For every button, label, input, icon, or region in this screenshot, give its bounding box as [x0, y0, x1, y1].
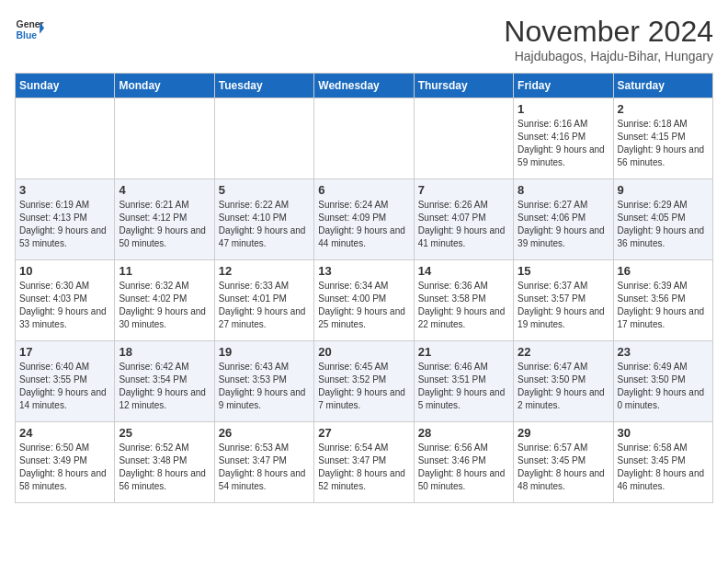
- calendar-cell: 8Sunrise: 6:27 AM Sunset: 4:06 PM Daylig…: [514, 179, 613, 260]
- day-number: 11: [119, 264, 210, 278]
- day-number: 22: [518, 345, 609, 359]
- calendar-cell: 19Sunrise: 6:43 AM Sunset: 3:53 PM Dayli…: [214, 341, 313, 422]
- calendar-cell: 14Sunrise: 6:36 AM Sunset: 3:58 PM Dayli…: [414, 260, 513, 341]
- day-detail: Sunrise: 6:30 AM Sunset: 4:03 PM Dayligh…: [19, 280, 110, 331]
- calendar-cell: [214, 98, 313, 179]
- calendar-cell: 25Sunrise: 6:52 AM Sunset: 3:48 PM Dayli…: [115, 422, 214, 503]
- calendar-cell: 21Sunrise: 6:46 AM Sunset: 3:51 PM Dayli…: [414, 341, 513, 422]
- day-detail: Sunrise: 6:26 AM Sunset: 4:07 PM Dayligh…: [418, 199, 509, 250]
- day-number: 12: [219, 264, 310, 278]
- weekday-header-saturday: Saturday: [613, 74, 712, 98]
- day-detail: Sunrise: 6:27 AM Sunset: 4:06 PM Dayligh…: [518, 199, 609, 250]
- day-detail: Sunrise: 6:29 AM Sunset: 4:05 PM Dayligh…: [618, 199, 709, 250]
- calendar-cell: 11Sunrise: 6:32 AM Sunset: 4:02 PM Dayli…: [115, 260, 214, 341]
- day-number: 2: [618, 102, 709, 116]
- day-number: 28: [418, 426, 509, 440]
- day-detail: Sunrise: 6:49 AM Sunset: 3:50 PM Dayligh…: [618, 361, 709, 412]
- calendar-cell: 27Sunrise: 6:54 AM Sunset: 3:47 PM Dayli…: [314, 422, 414, 503]
- day-detail: Sunrise: 6:46 AM Sunset: 3:51 PM Dayligh…: [418, 361, 509, 412]
- calendar-cell: 18Sunrise: 6:42 AM Sunset: 3:54 PM Dayli…: [115, 341, 214, 422]
- day-number: 30: [618, 426, 709, 440]
- day-number: 8: [518, 183, 609, 197]
- day-number: 20: [318, 345, 409, 359]
- weekday-header-row: SundayMondayTuesdayWednesdayThursdayFrid…: [16, 74, 713, 98]
- day-detail: Sunrise: 6:21 AM Sunset: 4:12 PM Dayligh…: [119, 199, 210, 250]
- day-number: 13: [318, 264, 409, 278]
- day-detail: Sunrise: 6:34 AM Sunset: 4:00 PM Dayligh…: [318, 280, 409, 331]
- calendar-table: SundayMondayTuesdayWednesdayThursdayFrid…: [15, 73, 713, 503]
- calendar-cell: 30Sunrise: 6:58 AM Sunset: 3:45 PM Dayli…: [613, 422, 712, 503]
- logo: General Blue: [15, 15, 44, 44]
- day-number: 4: [119, 183, 210, 197]
- day-detail: Sunrise: 6:47 AM Sunset: 3:50 PM Dayligh…: [518, 361, 609, 412]
- day-detail: Sunrise: 6:53 AM Sunset: 3:47 PM Dayligh…: [219, 442, 310, 493]
- day-number: 14: [418, 264, 509, 278]
- day-detail: Sunrise: 6:22 AM Sunset: 4:10 PM Dayligh…: [219, 199, 310, 250]
- calendar-cell: 9Sunrise: 6:29 AM Sunset: 4:05 PM Daylig…: [613, 179, 712, 260]
- calendar-cell: 6Sunrise: 6:24 AM Sunset: 4:09 PM Daylig…: [314, 179, 414, 260]
- day-number: 7: [418, 183, 509, 197]
- calendar-week-1: 1Sunrise: 6:16 AM Sunset: 4:16 PM Daylig…: [16, 98, 713, 179]
- calendar-cell: 12Sunrise: 6:33 AM Sunset: 4:01 PM Dayli…: [214, 260, 313, 341]
- day-number: 18: [119, 345, 210, 359]
- day-detail: Sunrise: 6:58 AM Sunset: 3:45 PM Dayligh…: [618, 442, 709, 493]
- day-number: 24: [19, 426, 110, 440]
- day-detail: Sunrise: 6:16 AM Sunset: 4:16 PM Dayligh…: [518, 118, 609, 169]
- day-detail: Sunrise: 6:50 AM Sunset: 3:49 PM Dayligh…: [19, 442, 110, 493]
- day-number: 21: [418, 345, 509, 359]
- day-number: 27: [318, 426, 409, 440]
- calendar-cell: 28Sunrise: 6:56 AM Sunset: 3:46 PM Dayli…: [414, 422, 513, 503]
- calendar-week-4: 17Sunrise: 6:40 AM Sunset: 3:55 PM Dayli…: [16, 341, 713, 422]
- day-detail: Sunrise: 6:39 AM Sunset: 3:56 PM Dayligh…: [618, 280, 709, 331]
- svg-text:Blue: Blue: [17, 30, 38, 40]
- day-number: 19: [219, 345, 310, 359]
- day-detail: Sunrise: 6:36 AM Sunset: 3:58 PM Dayligh…: [418, 280, 509, 331]
- calendar-week-3: 10Sunrise: 6:30 AM Sunset: 4:03 PM Dayli…: [16, 260, 713, 341]
- day-number: 6: [318, 183, 409, 197]
- day-detail: Sunrise: 6:18 AM Sunset: 4:15 PM Dayligh…: [618, 118, 709, 169]
- calendar-week-5: 24Sunrise: 6:50 AM Sunset: 3:49 PM Dayli…: [16, 422, 713, 503]
- page-header: General Blue November 2024 Hajdubagos, H…: [15, 15, 713, 63]
- weekday-header-tuesday: Tuesday: [214, 74, 313, 98]
- calendar-cell: 13Sunrise: 6:34 AM Sunset: 4:00 PM Dayli…: [314, 260, 414, 341]
- calendar-cell: 4Sunrise: 6:21 AM Sunset: 4:12 PM Daylig…: [115, 179, 214, 260]
- calendar-cell: 17Sunrise: 6:40 AM Sunset: 3:55 PM Dayli…: [16, 341, 115, 422]
- title-area: November 2024 Hajdubagos, Hajdu-Bihar, H…: [504, 15, 713, 63]
- calendar-cell: 15Sunrise: 6:37 AM Sunset: 3:57 PM Dayli…: [514, 260, 613, 341]
- day-detail: Sunrise: 6:54 AM Sunset: 3:47 PM Dayligh…: [318, 442, 409, 493]
- day-number: 16: [618, 264, 709, 278]
- weekday-header-thursday: Thursday: [414, 74, 513, 98]
- calendar-week-2: 3Sunrise: 6:19 AM Sunset: 4:13 PM Daylig…: [16, 179, 713, 260]
- day-detail: Sunrise: 6:52 AM Sunset: 3:48 PM Dayligh…: [119, 442, 210, 493]
- weekday-header-monday: Monday: [115, 74, 214, 98]
- calendar-header: SundayMondayTuesdayWednesdayThursdayFrid…: [16, 74, 713, 98]
- day-detail: Sunrise: 6:37 AM Sunset: 3:57 PM Dayligh…: [518, 280, 609, 331]
- day-detail: Sunrise: 6:40 AM Sunset: 3:55 PM Dayligh…: [19, 361, 110, 412]
- calendar-cell: 5Sunrise: 6:22 AM Sunset: 4:10 PM Daylig…: [214, 179, 313, 260]
- calendar-cell: 1Sunrise: 6:16 AM Sunset: 4:16 PM Daylig…: [514, 98, 613, 179]
- day-number: 15: [518, 264, 609, 278]
- calendar-cell: 26Sunrise: 6:53 AM Sunset: 3:47 PM Dayli…: [214, 422, 313, 503]
- logo-icon: General Blue: [15, 15, 44, 44]
- calendar-cell: [414, 98, 513, 179]
- day-detail: Sunrise: 6:43 AM Sunset: 3:53 PM Dayligh…: [219, 361, 310, 412]
- day-number: 9: [618, 183, 709, 197]
- calendar-cell: 2Sunrise: 6:18 AM Sunset: 4:15 PM Daylig…: [613, 98, 712, 179]
- calendar-cell: 10Sunrise: 6:30 AM Sunset: 4:03 PM Dayli…: [16, 260, 115, 341]
- calendar-body: 1Sunrise: 6:16 AM Sunset: 4:16 PM Daylig…: [16, 98, 713, 503]
- day-number: 10: [19, 264, 110, 278]
- calendar-cell: 23Sunrise: 6:49 AM Sunset: 3:50 PM Dayli…: [613, 341, 712, 422]
- day-number: 1: [518, 102, 609, 116]
- day-number: 23: [618, 345, 709, 359]
- calendar-cell: 16Sunrise: 6:39 AM Sunset: 3:56 PM Dayli…: [613, 260, 712, 341]
- calendar-cell: 20Sunrise: 6:45 AM Sunset: 3:52 PM Dayli…: [314, 341, 414, 422]
- calendar-cell: [314, 98, 414, 179]
- day-number: 25: [119, 426, 210, 440]
- day-detail: Sunrise: 6:32 AM Sunset: 4:02 PM Dayligh…: [119, 280, 210, 331]
- day-detail: Sunrise: 6:19 AM Sunset: 4:13 PM Dayligh…: [19, 199, 110, 250]
- day-detail: Sunrise: 6:24 AM Sunset: 4:09 PM Dayligh…: [318, 199, 409, 250]
- calendar-cell: 3Sunrise: 6:19 AM Sunset: 4:13 PM Daylig…: [16, 179, 115, 260]
- weekday-header-sunday: Sunday: [16, 74, 115, 98]
- day-number: 26: [219, 426, 310, 440]
- day-number: 17: [19, 345, 110, 359]
